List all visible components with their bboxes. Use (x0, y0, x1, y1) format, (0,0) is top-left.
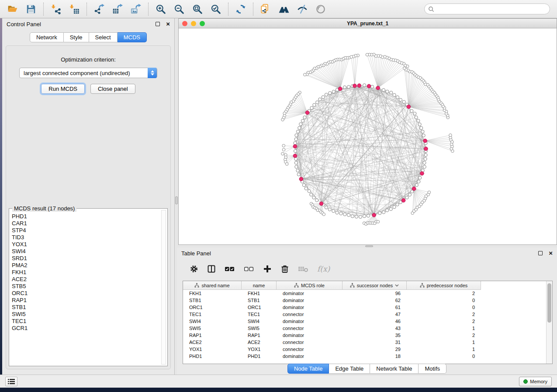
mcds-result-item[interactable]: YOX1 (12, 241, 159, 248)
graph-node[interactable] (310, 107, 313, 110)
graph-node[interactable] (294, 138, 298, 141)
graph-leaf-node[interactable] (281, 152, 284, 155)
graph-hub-node[interactable] (319, 202, 323, 206)
table-row[interactable]: PHD1PHD1dominator180 (183, 353, 546, 360)
graph-node[interactable] (339, 212, 343, 215)
graph-node[interactable] (405, 196, 408, 199)
graph-hub-node[interactable] (401, 199, 405, 203)
mcds-result-item[interactable]: TEC1 (12, 318, 159, 325)
graph-node[interactable] (318, 98, 322, 101)
graph-node[interactable] (420, 127, 423, 130)
graph-node[interactable] (402, 100, 405, 103)
graph-node[interactable] (393, 93, 396, 96)
save-session-button[interactable] (23, 2, 39, 17)
mcds-result-item[interactable]: ACE2 (12, 276, 159, 283)
import-table-button[interactable] (66, 2, 83, 17)
graph-node[interactable] (382, 211, 385, 214)
column-header-predecessor-nodes[interactable]: predecessor nodes (407, 281, 481, 290)
mcds-result-item[interactable]: STP4 (12, 227, 159, 234)
graph-node[interactable] (322, 96, 325, 99)
tab-node-table[interactable]: Node Table (287, 364, 329, 374)
graph-node[interactable] (417, 119, 420, 122)
graph-node[interactable] (359, 215, 362, 218)
graph-leaf-node[interactable] (428, 191, 431, 194)
float-panel-icon[interactable] (538, 251, 543, 255)
float-panel-icon[interactable] (156, 22, 160, 26)
graph-node[interactable] (419, 176, 422, 179)
graph-node[interactable] (315, 199, 318, 202)
graph-hub-node[interactable] (424, 147, 428, 151)
graph-hub-node[interactable] (293, 154, 297, 158)
export-network-button[interactable] (91, 2, 107, 17)
graph-node[interactable] (294, 149, 297, 152)
graph-leaf-node[interactable] (285, 162, 288, 165)
graph-node[interactable] (312, 196, 315, 199)
graph-leaf-node[interactable] (304, 73, 307, 76)
run-mcds-button[interactable]: Run MCDS (41, 84, 85, 94)
network-canvas[interactable] (179, 28, 557, 244)
mcds-result-scrollbar[interactable] (161, 210, 166, 364)
share-document-button[interactable] (257, 2, 274, 17)
graph-node[interactable] (421, 130, 424, 133)
graph-node[interactable] (332, 90, 335, 93)
export-table-button[interactable] (109, 2, 126, 17)
graph-node[interactable] (408, 193, 411, 196)
column-layout-icon[interactable] (207, 265, 216, 273)
search-box[interactable] (424, 3, 550, 14)
mcds-result-item[interactable]: SWI5 (12, 311, 159, 318)
graph-leaf-node[interactable] (282, 144, 285, 147)
graph-node[interactable] (415, 183, 418, 186)
graph-node[interactable] (355, 215, 358, 218)
graph-node[interactable] (393, 206, 396, 209)
graph-node[interactable] (396, 203, 399, 206)
graph-leaf-node[interactable] (366, 53, 369, 56)
graph-leaf-node[interactable] (449, 134, 452, 137)
graph-node[interactable] (370, 85, 374, 88)
settings-gear-icon[interactable] (190, 265, 198, 273)
graph-node[interactable] (310, 193, 313, 196)
graph-node[interactable] (301, 119, 304, 122)
network-window-titlebar[interactable]: YPA_prune.txt_1 (179, 19, 557, 28)
graph-node[interactable] (343, 213, 346, 216)
graph-node[interactable] (332, 210, 335, 213)
graph-node[interactable] (298, 126, 301, 129)
column-header-successor-nodes[interactable]: successor nodes (343, 281, 407, 290)
task-history-button[interactable] (5, 377, 17, 386)
mcds-result-item[interactable]: STB5 (12, 283, 159, 290)
graph-node[interactable] (295, 165, 298, 168)
graph-node[interactable] (410, 110, 413, 113)
search-network-button[interactable] (276, 2, 292, 17)
function-builder-icon[interactable]: f(x) (317, 265, 330, 273)
graph-node[interactable] (328, 208, 331, 211)
graph-leaf-node[interactable] (377, 220, 380, 224)
graph-node[interactable] (347, 85, 350, 88)
mcds-result-item[interactable]: PHD1 (12, 213, 159, 220)
table-row[interactable]: ORC1ORC1dominator610 (183, 304, 546, 311)
splitter-handle[interactable] (175, 196, 178, 204)
mcds-result-item[interactable]: CAR1 (12, 220, 159, 227)
tab-network[interactable]: Network (30, 32, 64, 42)
export-image-button[interactable] (128, 2, 144, 17)
graph-hub-node[interactable] (299, 177, 303, 181)
tab-network-table[interactable]: Network Table (370, 364, 419, 374)
graph-node[interactable] (389, 207, 392, 210)
graph-hub-node[interactable] (412, 187, 416, 191)
mcds-result-item[interactable]: FKH1 (12, 269, 159, 276)
tab-style[interactable]: Style (64, 32, 89, 42)
graph-node[interactable] (417, 180, 420, 183)
graph-node[interactable] (418, 123, 421, 126)
graph-node[interactable] (423, 165, 426, 168)
graph-hub-node[interactable] (305, 111, 309, 115)
graph-hub-node[interactable] (376, 86, 380, 90)
graph-node[interactable] (386, 209, 389, 212)
graph-hub-node[interactable] (357, 84, 361, 88)
graph-node[interactable] (378, 212, 381, 215)
graph-node[interactable] (294, 141, 297, 144)
mcds-result-item[interactable]: SWI4 (12, 248, 159, 255)
table-row[interactable]: ACE2ACE2connector311 (183, 339, 546, 346)
scrollbar-thumb[interactable] (547, 283, 551, 323)
graph-node[interactable] (343, 86, 346, 89)
hide-panel-button[interactable] (294, 2, 311, 17)
column-header-mcds-role[interactable]: MCDS role (277, 281, 343, 290)
graph-node[interactable] (315, 101, 318, 104)
